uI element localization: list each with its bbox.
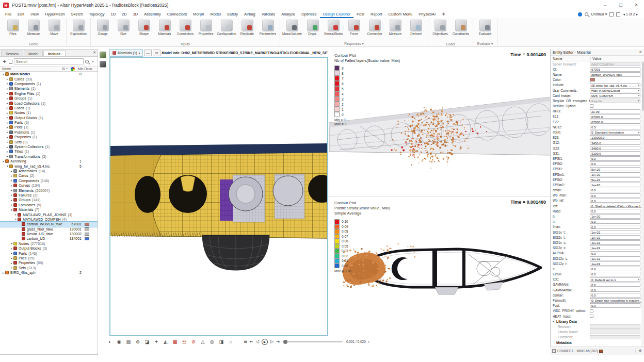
tab-include[interactable]: Include bbox=[43, 51, 66, 56]
ribbon-configuration-button[interactable]: Configuration bbox=[216, 19, 237, 36]
expander-icon[interactable]: ▾ bbox=[2, 73, 5, 76]
tree-item-output-blocks[interactable]: ▸Output Blocks(1) bbox=[0, 116, 98, 120]
next-page-icon[interactable]: ▸ bbox=[636, 12, 638, 17]
textbox[interactable]: 0.0 bbox=[590, 267, 640, 271]
textbox[interactable]: 0.3 bbox=[590, 125, 640, 129]
move-handle-icon[interactable]: ✥ bbox=[635, 349, 642, 353]
textbox[interactable]: 0.0 bbox=[590, 193, 640, 198]
render-style-icon[interactable]: ◐ bbox=[107, 339, 114, 344]
expander-icon[interactable]: ▸ bbox=[10, 242, 13, 245]
expander-icon[interactable]: ▸ bbox=[10, 179, 13, 182]
menu-report[interactable]: Report bbox=[367, 11, 385, 18]
play-button[interactable]: ▶ bbox=[262, 339, 268, 345]
color-swatch[interactable] bbox=[590, 78, 595, 81]
textbox[interactable]: 0.0 bbox=[590, 219, 640, 224]
ribbon-materials-button[interactable]: Materials bbox=[154, 19, 175, 36]
menu-view[interactable]: View bbox=[27, 11, 42, 18]
expander-icon[interactable]: ▸ bbox=[6, 130, 9, 134]
menu-sketch[interactable]: Sketch bbox=[68, 11, 86, 18]
dropdown[interactable]: 0: Strain rate smoothing is inactive ... bbox=[590, 298, 644, 303]
dropdown[interactable]: 0: Default set to 1 bbox=[590, 277, 640, 282]
tab-model[interactable]: Model bbox=[24, 51, 43, 56]
tree-item-mat-law25-compsh[interactable]: ▾MAT/LAW25_COMPSH(4) bbox=[0, 217, 98, 222]
dropdown[interactable]: Hide In Menu/Export bbox=[590, 88, 640, 93]
tree-item-cards[interactable]: ▸Cards(2) bbox=[0, 173, 98, 178]
tab-session[interactable]: Session bbox=[1, 51, 23, 56]
color-swatch[interactable] bbox=[85, 237, 89, 240]
textbox[interactable]: 0.0 bbox=[590, 199, 640, 203]
tree-item-plots[interactable]: ▸Plots(1) bbox=[0, 125, 98, 129]
tracking-icon[interactable]: ◭ bbox=[163, 339, 169, 344]
menu-model[interactable]: Model bbox=[207, 11, 223, 18]
tree-item-loads[interactable]: ▸Loads(1) bbox=[0, 106, 98, 110]
menu-physicsai[interactable]: PhysicsAI bbox=[415, 11, 439, 18]
menu-morph[interactable]: Morph bbox=[190, 11, 207, 18]
expander-icon[interactable]: ▸ bbox=[6, 87, 9, 90]
frame-slider[interactable] bbox=[283, 341, 343, 342]
textbox[interactable]: 5e+29 bbox=[590, 167, 640, 172]
tree-item-positions[interactable]: ▸Positions(1) bbox=[0, 130, 98, 135]
ribbon-connectors-button[interactable]: Connectors bbox=[175, 19, 196, 36]
tree-item-sets[interactable]: ▸Sets(313) bbox=[0, 266, 98, 270]
ribbon-connector-button[interactable]: Connector bbox=[364, 19, 385, 36]
textbox[interactable]: 130000.0 bbox=[590, 135, 640, 140]
materials-tab[interactable]: Materials (1) ▾ bbox=[109, 49, 143, 57]
textbox[interactable]: 1e+33 bbox=[590, 245, 640, 250]
ribbon-disps-button[interactable]: Disps. bbox=[302, 19, 323, 36]
expander-icon[interactable]: ▸ bbox=[14, 213, 18, 216]
textbox[interactable]: 0.0 bbox=[590, 288, 640, 292]
maximize-button[interactable]: ▢ bbox=[613, 0, 629, 10]
dropdown[interactable]: 0: Standard formulation bbox=[590, 130, 640, 135]
tree-item-elements[interactable]: ▸Elements(265004) bbox=[0, 188, 98, 192]
ribbon-measure-button[interactable]: Measure bbox=[23, 19, 44, 36]
ribbon-size-button[interactable]: Size bbox=[113, 19, 134, 36]
textbox[interactable]: 1e+33 bbox=[590, 235, 640, 240]
scrollbar-thumb[interactable] bbox=[642, 62, 644, 111]
color-swatch[interactable] bbox=[85, 233, 89, 236]
ribbon-objectives-button[interactable]: Objectives bbox=[430, 19, 450, 36]
column-min-occurs[interactable]: Min Occu bbox=[78, 67, 95, 71]
expander-icon[interactable]: ▸ bbox=[10, 193, 13, 196]
previous-frame-button[interactable]: ◁ bbox=[256, 339, 259, 344]
note-icon[interactable]: ◨ bbox=[218, 339, 225, 344]
expander-icon[interactable]: ▸ bbox=[10, 184, 13, 187]
expander-icon[interactable]: ▸ bbox=[2, 271, 5, 274]
dark-mode-icon[interactable] bbox=[100, 61, 106, 68]
menu-design-explorer[interactable]: Design Explorer bbox=[320, 11, 353, 18]
tree-item-laminates[interactable]: ▸Laminates(5) bbox=[0, 203, 98, 207]
expander-icon[interactable]: ▾ bbox=[10, 208, 13, 211]
group-caret-icon[interactable]: ▾ bbox=[553, 320, 556, 323]
menu-optimize[interactable]: Optimize bbox=[298, 11, 320, 18]
tree-item-failures[interactable]: ▸Failures(3) bbox=[0, 193, 98, 198]
tree-item-assemblies[interactable]: ▸Assemblies(14) bbox=[0, 169, 98, 173]
ribbon-exploration-button[interactable]: Exploration bbox=[68, 19, 89, 36]
tree-item-mat-law2-plas-johns[interactable]: ▸MAT/LAW2_PLAS_JOHNS(3) bbox=[0, 212, 98, 217]
shaded-view-icon[interactable]: ◉ bbox=[116, 339, 123, 344]
ribbon-mass-volume-button[interactable]: Mass/Volume bbox=[282, 19, 302, 36]
menu-3d[interactable]: 3D bbox=[130, 11, 141, 18]
textbox[interactable]: 3100.0 bbox=[590, 151, 640, 156]
checkbox[interactable] bbox=[590, 309, 593, 313]
menu-2d[interactable]: 2D bbox=[119, 11, 130, 18]
menu-airbag[interactable]: Airbag bbox=[241, 11, 259, 18]
textbox[interactable]: 3450.0 bbox=[590, 141, 640, 145]
textbox[interactable]: 0.0 bbox=[590, 251, 640, 256]
tree-item-materials[interactable]: ▾Materials(7) bbox=[0, 207, 98, 212]
textbox[interactable]: 3450.0 bbox=[590, 146, 640, 151]
ribbon-constraints-button[interactable]: Constraints bbox=[450, 19, 471, 36]
measure-icon[interactable]: ◎ bbox=[209, 339, 216, 344]
tree-item-parts[interactable]: ▸Parts(146) bbox=[0, 251, 98, 255]
textbox[interactable]: 2e-09 bbox=[590, 109, 640, 114]
last-frame-button[interactable]: ⇥ bbox=[276, 339, 280, 344]
dropdown[interactable]: M25_COMPSH bbox=[590, 93, 640, 98]
textbox[interactable]: 1e+33 bbox=[590, 240, 640, 245]
expander-icon[interactable]: ▸ bbox=[6, 155, 9, 158]
expander-icon[interactable]: ▸ bbox=[6, 126, 9, 129]
tree-item-nodes[interactable]: ▸Nodes(277516) bbox=[0, 241, 98, 246]
tree-item-transformations[interactable]: ▸Transformations(2) bbox=[0, 154, 98, 159]
textbox[interactable]: 0.0 bbox=[590, 156, 640, 161]
color-column-icon[interactable] bbox=[71, 67, 75, 71]
tree-item-components[interactable]: ▸Components(146) bbox=[0, 178, 98, 183]
visualization-options-icon[interactable]: ▤ bbox=[125, 339, 132, 344]
menu-connectors[interactable]: Connectors bbox=[164, 11, 190, 18]
